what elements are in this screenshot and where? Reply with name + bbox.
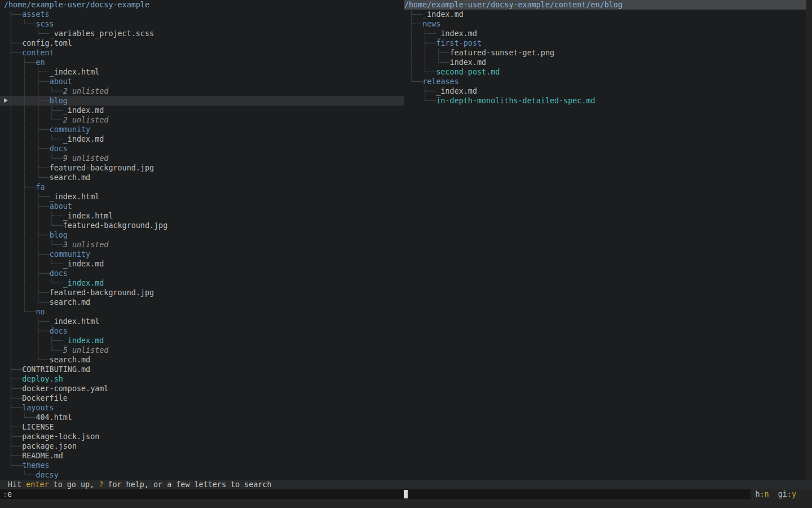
tree-row-file-featured-sunset-get-png[interactable]: │ │ ├──featured-sunset-get.png [404, 48, 806, 58]
tree-row-dir-scss[interactable]: │ └──scss [0, 19, 404, 29]
tree-branch-lines: └── [4, 471, 36, 479]
file-name: _index.html [63, 212, 113, 220]
tree-row-file--index-md[interactable]: │ │ │ └──_index.md [0, 259, 404, 269]
dir-name: docs [50, 269, 68, 278]
tree-row-file-5-unlisted[interactable]: │ │ └──5 unlisted [0, 345, 404, 355]
tree-row-file-second-post-md[interactable]: │ └──second-post.md [404, 67, 806, 77]
file-name: _index.md [63, 135, 104, 143]
tree-branch-lines: │ ├── [4, 317, 50, 326]
dir-name: no [36, 308, 45, 316]
tree-row-file-3-unlisted[interactable]: │ │ │ └──3 unlisted [0, 240, 404, 249]
tree-row-file--index-md[interactable]: │ ├──_index.md [404, 29, 806, 38]
tree-row-file-dockerfile[interactable]: ├──Dockerfile [0, 393, 404, 403]
tree-row-file--variables-project-scss[interactable]: │ └──_variables_project.scss [0, 29, 404, 38]
tree-branch-lines: ├── [4, 365, 22, 374]
tree-row-dir-blog[interactable]: │ │ ├──blog [0, 96, 404, 106]
tree-row-file--index-html[interactable]: │ │ ├──_index.html [0, 67, 404, 77]
tree-branch-lines: ├── [4, 375, 22, 383]
tree-row-dir-docs[interactable]: │ ├──docs [0, 326, 404, 336]
tree-row-dir-community[interactable]: │ │ ├──community [0, 249, 404, 259]
tree-branch-lines: │ │ ├── [4, 288, 50, 297]
tree-row-file--index-md[interactable]: │ │ ├──_index.md [0, 336, 404, 345]
tree-row-file-featured-background-jpg[interactable]: │ │ ├──featured-background.jpg [0, 163, 404, 173]
tree-row-file-package-json[interactable]: ├──package.json [0, 441, 404, 451]
tree-row-file-9-unlisted[interactable]: │ │ │ └──9 unlisted [0, 154, 404, 163]
status-bar: Hit enter to go up, ? for help, or a few… [0, 480, 812, 489]
tree-row-dir-docs[interactable]: │ │ ├──docs [0, 269, 404, 278]
left-panel-path: /home/example-user/docsy-example [0, 0, 404, 10]
tree-row-file-featured-background-jpg[interactable]: │ │ │ └──featured-background.jpg [0, 221, 404, 230]
tree-branch-lines: │ ├── [4, 327, 50, 335]
flag-label-gi: gi: [778, 490, 792, 498]
file-name: _index.md [63, 106, 104, 115]
tree-row-file-deploy-sh[interactable]: ├──deploy.sh [0, 374, 404, 384]
tree-branch-lines: │ │ ├── [4, 336, 63, 345]
file-name: _variables_project.scss [50, 29, 154, 38]
tree-row-file--index-md[interactable]: │ │ │ ├──_index.md [0, 106, 404, 115]
tree-row-dir-fa[interactable]: │ ├──fa [0, 182, 404, 192]
tree-row-dir-content[interactable]: ├──content [0, 48, 404, 58]
tree-row-dir-assets[interactable]: ├──assets [0, 10, 404, 19]
unlisted-count: 5 unlisted [63, 346, 109, 354]
tree-branch-lines: ├── [4, 404, 22, 412]
tree-row-file-featured-background-jpg[interactable]: │ │ ├──featured-background.jpg [0, 288, 404, 297]
tree-row-dir-themes[interactable]: └──themes [0, 461, 404, 470]
tree-row-dir-news[interactable]: ├──news [404, 19, 806, 29]
tree-row-file-config-toml[interactable]: ├──config.toml [0, 38, 404, 48]
tree-branch-lines: │ │ └── [404, 58, 450, 67]
tree-row-file-license[interactable]: ├──LICENSE [0, 422, 404, 432]
flag-value-gi[interactable]: y [792, 490, 796, 498]
tree-branch-lines: │ │ ├── [4, 125, 50, 134]
file-name: Dockerfile [22, 394, 68, 402]
tree-branch-lines: │ └── [4, 20, 36, 28]
tree-branch-lines: │ │ ├── [4, 144, 50, 153]
tree-row-file-in-depth-monoliths-detailed-spec-md[interactable]: └──in-depth-monoliths-detailed-spec.md [404, 96, 806, 106]
tree-row-file-index-md[interactable]: │ │ └──index.md [404, 58, 806, 67]
tree-row-file--index-md[interactable]: │ │ │ └──_index.md [0, 278, 404, 288]
input-prompt: : [3, 490, 7, 498]
tree-row-file-docker-compose-yaml[interactable]: ├──docker-compose.yaml [0, 384, 404, 393]
file-name: _index.md [422, 10, 464, 19]
tree-area: /home/example-user/docsy-example ├──asse… [0, 0, 806, 480]
tree-branch-lines: │ │ │ └── [4, 240, 63, 249]
tree-row-file-2-unlisted[interactable]: │ │ │ └──2 unlisted [0, 86, 404, 96]
tree-row-file--index-md[interactable]: ├──_index.md [404, 86, 806, 96]
left-panel-input[interactable]: :e [3, 489, 12, 499]
tree-row-file--index-html[interactable]: │ │ ├──_index.html [0, 192, 404, 202]
tree-branch-lines: ├── [404, 10, 422, 19]
tree-row-dir-first-post[interactable]: │ ├──first-post [404, 38, 806, 48]
tree-row-file-2-unlisted[interactable]: │ │ │ └──2 unlisted [0, 115, 404, 125]
file-name: index.md [450, 58, 487, 67]
tree-row-file-search-md[interactable]: │ │ └──search.md [0, 173, 404, 182]
tree-row-dir-releases[interactable]: └──releases [404, 77, 806, 86]
tree-row-dir-about[interactable]: │ │ ├──about [0, 202, 404, 211]
unlisted-count: 2 unlisted [63, 87, 109, 95]
tree-branch-lines: ├── [404, 87, 436, 95]
tree-row-file--index-html[interactable]: │ ├──_index.html [0, 317, 404, 326]
tree-row-file--index-html[interactable]: │ │ │ ├──_index.html [0, 211, 404, 221]
tree-row-file-readme-md[interactable]: ├──README.md [0, 451, 404, 461]
tree-row-dir-docs[interactable]: │ │ ├──docs [0, 144, 404, 154]
tree-row-dir-docsy[interactable]: └──docsy [0, 470, 404, 480]
tree-row-dir-blog[interactable]: │ │ ├──blog [0, 230, 404, 240]
tree-branch-lines: ├── [4, 452, 22, 460]
tree-branch-lines: │ │ │ ├── [4, 106, 63, 115]
file-name: search.md [50, 356, 91, 364]
file-name: CONTRIBUTING.md [22, 365, 90, 374]
dir-name: about [50, 77, 72, 86]
tree-row-dir-about[interactable]: │ │ ├──about [0, 77, 404, 86]
tree-branch-lines: │ ├── [4, 183, 36, 191]
tree-row-file-404-html[interactable]: │ └──404.html [0, 413, 404, 422]
tree-row-dir-en[interactable]: │ ├──en [0, 58, 404, 67]
tree-branch-lines: │ │ │ └── [4, 87, 63, 95]
flag-value-h[interactable]: n [765, 490, 769, 498]
tree-row-file-contributing-md[interactable]: ├──CONTRIBUTING.md [0, 365, 404, 374]
tree-row-file-search-md[interactable]: │ └──search.md [0, 355, 404, 365]
tree-row-dir-no[interactable]: │ └──no [0, 307, 404, 317]
tree-row-dir-community[interactable]: │ │ ├──community [0, 125, 404, 134]
tree-row-file-package-lock-json[interactable]: ├──package-lock.json [0, 432, 404, 441]
tree-row-file--index-md[interactable]: │ │ │ └──_index.md [0, 134, 404, 144]
tree-row-dir-layouts[interactable]: ├──layouts [0, 403, 404, 413]
tree-row-file-search-md[interactable]: │ │ └──search.md [0, 297, 404, 307]
tree-row-file--index-md[interactable]: ├──_index.md [404, 10, 806, 19]
